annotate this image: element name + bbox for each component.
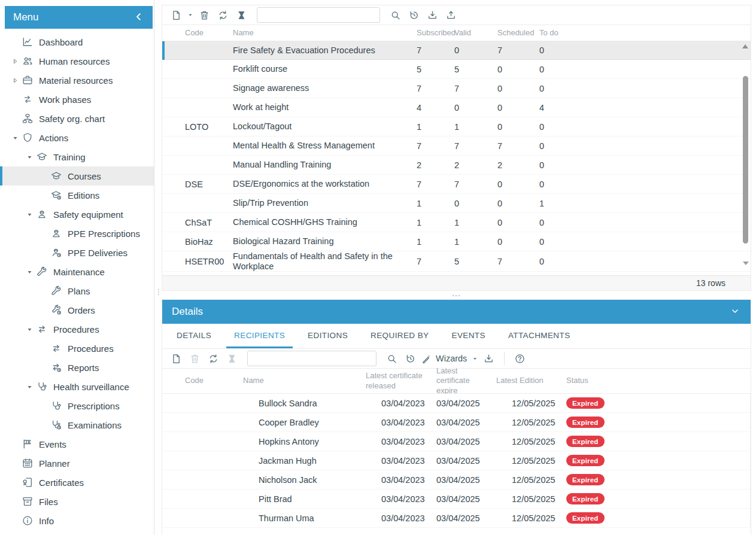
sidebar-item-safety-equipment[interactable]: Safety equipment [0, 205, 154, 224]
recipient-row[interactable]: Bullock Sandra 03/04/2023 03/04/2025 12/… [162, 394, 750, 413]
sidebar-item-files[interactable]: Files [0, 492, 154, 511]
new-record-button[interactable] [167, 7, 186, 23]
history-button[interactable] [401, 350, 420, 367]
column-header-subscribed[interactable]: Subscribed [417, 28, 454, 38]
sidebar-item-info[interactable]: Info [0, 511, 154, 530]
course-row[interactable]: Work at height 4 0 0 4 [162, 98, 751, 117]
collapse-arrow-icon[interactable] [23, 211, 36, 218]
sidebar-item-prescriptions[interactable]: Prescriptions [0, 396, 154, 415]
course-row[interactable]: LOTO Lockout/Tagout 1 1 0 0 [162, 117, 751, 136]
course-row[interactable]: Slip/Trip Prevention 1 0 0 1 [162, 194, 751, 213]
tab-events[interactable]: EVENTS [444, 324, 493, 348]
history-button[interactable] [405, 7, 423, 23]
course-row[interactable]: Manual Handling Training 2 2 2 0 [162, 156, 751, 175]
recipient-row[interactable]: Thurman Uma 03/04/2023 03/04/2025 12/05/… [162, 509, 750, 528]
sidebar-item-maintenance[interactable]: Maintenance [0, 262, 154, 281]
collapse-arrow-icon[interactable] [23, 326, 36, 333]
expand-arrow-icon[interactable] [8, 77, 22, 84]
collapse-arrow-icon[interactable] [8, 135, 22, 141]
scrollbar-thumb[interactable] [743, 76, 748, 244]
sidebar-item-safety-org-chart[interactable]: Safety org. chart [0, 109, 154, 128]
sidebar-item-reports[interactable]: Reports [0, 358, 154, 377]
sidebar-item-planner[interactable]: Planner [0, 454, 154, 473]
sidebar-item-courses[interactable]: Courses [0, 166, 154, 186]
tab-required-by[interactable]: REQUIRED BY [363, 324, 436, 348]
sidebar-item-material-resources[interactable]: Material resources [0, 71, 154, 90]
sidebar-item-actions[interactable]: Actions [0, 128, 154, 147]
recipient-row[interactable]: Jackman Hugh 03/04/2023 03/04/2025 12/05… [162, 451, 750, 470]
recipient-row[interactable]: Cooper Bradley 03/04/2023 03/04/2025 12/… [162, 413, 750, 432]
import-button[interactable] [479, 350, 498, 367]
sidebar-item-human-resources[interactable]: Human resources [0, 51, 154, 71]
sidebar-item-events[interactable]: Events [0, 434, 154, 454]
collapse-arrow-icon[interactable] [23, 269, 36, 275]
collapse-arrow-icon[interactable] [23, 384, 36, 390]
column-header-released[interactable]: Latest certificate released [366, 371, 436, 391]
sidebar-item-examinations[interactable]: Examinations [0, 415, 154, 434]
column-header-expire[interactable]: Latest certificate expire [436, 366, 496, 396]
course-row[interactable]: Signage awareness 7 7 0 0 [162, 79, 751, 98]
details-panel-header[interactable]: Details [162, 300, 751, 324]
tab-details[interactable]: DETAILS [169, 324, 219, 348]
sidebar-item-certificates[interactable]: Certificates [0, 473, 154, 492]
recipient-row[interactable]: Pitt Brad 03/04/2023 03/04/2025 12/05/20… [162, 490, 750, 509]
column-header-scheduled[interactable]: Scheduled [497, 28, 539, 38]
column-header-code[interactable]: Code [185, 28, 233, 38]
course-row[interactable]: Fire Safety & Evacuation Procedures 7 0 … [162, 41, 751, 60]
sidebar-item-work-phases[interactable]: Work phases [0, 90, 154, 109]
import-button[interactable] [423, 7, 442, 23]
sidebar-item-dashboard[interactable]: Dashboard [0, 32, 154, 51]
sidebar-item-ppe-deliveries[interactable]: PPE Deliveries [0, 243, 154, 262]
column-header-code[interactable]: Code [185, 376, 243, 385]
search-button[interactable] [386, 7, 405, 23]
new-record-button[interactable] [167, 350, 186, 367]
column-header-status[interactable]: Status [566, 376, 635, 385]
scroll-down-arrow-icon[interactable] [743, 262, 749, 265]
sidebar-item-training[interactable]: Training [0, 147, 154, 166]
tab-attachments[interactable]: ATTACHMENTS [500, 324, 578, 348]
course-row[interactable]: BioHaz Biological Hazard Training 1 1 0 … [162, 232, 751, 251]
sidebar-item-orders[interactable]: Orders [0, 300, 154, 320]
column-header-valid[interactable]: Valid [454, 28, 497, 38]
menu-collapse-button[interactable] [133, 11, 145, 23]
column-header-name[interactable]: Name [233, 28, 417, 38]
course-row[interactable]: Forklift course 5 5 0 0 [162, 60, 751, 79]
clear-filter-button[interactable] [232, 7, 251, 23]
recipients-search-input[interactable] [247, 351, 377, 366]
column-header-todo[interactable]: To do [539, 28, 584, 38]
recipient-row[interactable]: Hopkins Antony 03/04/2023 03/04/2025 12/… [162, 432, 750, 451]
refresh-button[interactable] [214, 7, 232, 23]
recipient-row[interactable]: Nicholson Jack 03/04/2023 03/04/2025 12/… [162, 470, 750, 490]
vertical-splitter-handle[interactable]: ⋮ [156, 286, 162, 298]
column-header-edition[interactable]: Latest Edition [496, 376, 566, 385]
expand-arrow-icon[interactable] [8, 58, 22, 65]
sidebar-item-ppe-prescriptions[interactable]: PPE Prescriptions [0, 224, 154, 243]
collapse-arrow-icon[interactable] [23, 154, 36, 160]
vertical-scrollbar[interactable] [742, 43, 749, 273]
horizontal-splitter-handle[interactable]: ... [162, 291, 751, 299]
sidebar-item-procedures[interactable]: Procedures [0, 339, 154, 358]
help-button[interactable] [511, 350, 529, 367]
course-row[interactable]: DSE DSE/Ergonomics at the workstation 7 … [162, 175, 751, 194]
course-row[interactable]: ChSaT Chemical COSHH/GHS Training 1 1 0 … [162, 213, 751, 232]
new-document-icon [171, 10, 182, 21]
wizards-button[interactable]: Wizards [420, 353, 479, 364]
delete-button[interactable] [195, 7, 214, 23]
sidebar-item-health-surveillance[interactable]: Health surveillance [0, 377, 154, 396]
courses-search-input[interactable] [257, 7, 380, 23]
details-collapse-button[interactable] [730, 306, 741, 317]
export-button[interactable] [442, 7, 460, 23]
tab-editions[interactable]: EDITIONS [300, 324, 356, 348]
column-header-name[interactable]: Name [243, 376, 366, 385]
search-button[interactable] [382, 350, 401, 367]
certificate-expire-date: 03/04/2025 [436, 399, 496, 408]
course-row[interactable]: Mental Health & Stress Management 7 7 7 … [162, 136, 751, 156]
scroll-up-arrow-icon[interactable] [742, 44, 748, 48]
new-caret-button[interactable] [186, 7, 195, 23]
sidebar-item-procedures[interactable]: Procedures [0, 320, 154, 339]
sidebar-item-editions[interactable]: Editions [0, 186, 154, 205]
course-row[interactable]: HSETR00 Fundamentals of Health and Safet… [162, 251, 751, 272]
refresh-button[interactable] [204, 350, 223, 367]
sidebar-item-plans[interactable]: Plans [0, 281, 154, 300]
tab-recipients[interactable]: RECIPIENTS [226, 324, 293, 348]
